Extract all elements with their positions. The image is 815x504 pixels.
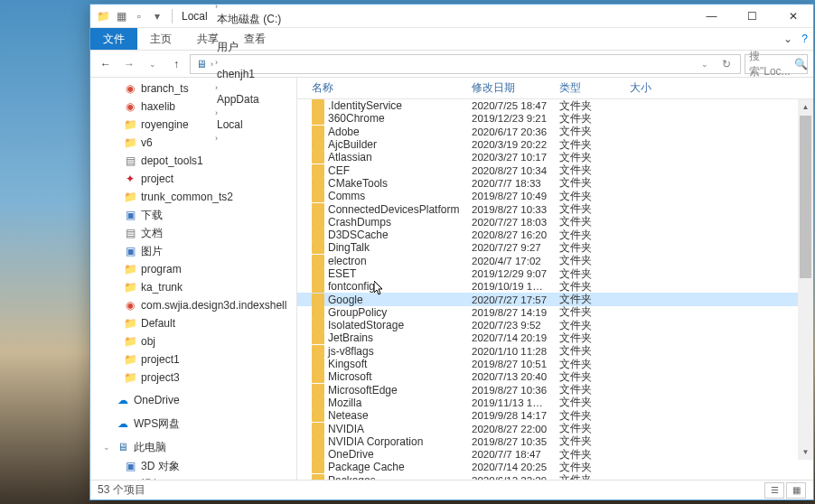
file-row[interactable]: Netease2019/9/28 14:17文件夹 [297, 409, 813, 422]
file-name: OneDrive [328, 448, 374, 461]
file-row[interactable]: ESET2019/12/29 9:07文件夹 [297, 267, 813, 280]
tree-item[interactable]: 📁Default [90, 314, 296, 332]
tree-item[interactable]: 📁project3 [90, 369, 296, 387]
mix-icon: ✦ [123, 172, 137, 186]
addr-dropdown-icon[interactable]: ⌄ [695, 54, 715, 74]
tree-item[interactable]: 📁ka_trunk [90, 278, 296, 296]
file-row[interactable]: OneDrive2020/7/7 18:47文件夹 [297, 448, 813, 461]
qat-newfolder-icon[interactable]: ▫ [132, 9, 146, 23]
file-row[interactable]: AjcBuilder2020/3/19 20:22文件夹 [297, 138, 813, 151]
file-name-cell: Packages [306, 474, 466, 480]
file-type-cell: 文件夹 [554, 229, 624, 242]
nav-recent-button[interactable]: ⌄ [143, 54, 163, 74]
file-row[interactable]: Comms2019/8/27 10:49文件夹 [297, 190, 813, 202]
refresh-icon[interactable]: ↻ [717, 54, 736, 74]
maximize-button[interactable]: ☐ [732, 5, 773, 28]
col-size[interactable]: 大小 [624, 80, 688, 96]
tree-item[interactable]: ◉haxelib [90, 98, 296, 116]
tree-item[interactable]: ☁OneDrive [90, 390, 296, 410]
nav-up-button[interactable]: ↑ [166, 54, 186, 74]
folder-icon [312, 203, 324, 216]
tree-item[interactable]: ▣图片 [90, 242, 296, 260]
close-button[interactable]: ✕ [773, 5, 813, 28]
file-row[interactable]: NVIDIA2020/8/27 22:00文件夹 [297, 422, 813, 434]
file-row[interactable]: Package Cache2020/7/14 20:25文件夹 [297, 461, 813, 473]
view-details-button[interactable]: ☰ [764, 482, 784, 499]
file-name: MicrosoftEdge [328, 384, 398, 397]
file-name-cell: .IdentityService [306, 99, 466, 112]
file-row[interactable]: Packages2020/6/12 22:29文件夹 [297, 474, 813, 480]
file-row[interactable]: ConnectedDevicesPlatform2019/8/27 10:33文… [297, 202, 813, 215]
chevron-right-icon[interactable]: › [215, 58, 218, 67]
tree-item[interactable]: 📁trunk_common_ts2 [90, 188, 296, 206]
tree-item[interactable]: ⌄🖥此电脑 [90, 437, 296, 457]
scrollbar-thumb[interactable] [800, 116, 811, 278]
chevron-right-icon[interactable]: › [211, 60, 213, 69]
file-row[interactable]: GroupPolicy2019/8/27 14:19文件夹 [297, 306, 813, 319]
tree-item[interactable]: ▤文档 [90, 224, 296, 242]
minimize-button[interactable]: — [691, 5, 732, 28]
ribbon-tab-home[interactable]: 主页 [137, 28, 184, 50]
file-row[interactable]: Kingsoft2019/8/27 10:51文件夹 [297, 358, 813, 370]
file-row[interactable]: CMakeTools2020/7/7 18:33文件夹 [297, 177, 813, 190]
file-type-cell: 文件夹 [554, 409, 624, 423]
file-row[interactable]: NVIDIA Corporation2019/8/27 10:35文件夹 [297, 435, 813, 448]
scroll-up-icon[interactable]: ▲ [798, 99, 813, 115]
scroll-down-icon[interactable]: ▼ [798, 444, 813, 460]
file-row[interactable]: D3DSCache2020/8/27 16:20文件夹 [297, 229, 813, 241]
tree-item[interactable]: 📁project1 [90, 350, 296, 369]
tree-expand-icon[interactable]: ⌄ [103, 443, 112, 452]
file-row[interactable]: IsolatedStorage2020/7/23 9:52文件夹 [297, 319, 813, 331]
tree-item[interactable]: ▣3D 对象 [90, 457, 296, 475]
file-name-cell: Comms [306, 190, 466, 202]
file-row[interactable]: 360Chrome2019/12/23 9:21文件夹 [297, 112, 813, 125]
qat-dropdown-icon[interactable]: ▾ [150, 9, 164, 23]
tree-item[interactable]: ✦project [90, 170, 296, 188]
help-icon[interactable]: ? [801, 33, 808, 45]
nav-back-button[interactable]: ← [96, 54, 116, 74]
file-row[interactable]: Atlassian2020/3/27 10:17文件夹 [297, 151, 813, 163]
tree-item[interactable]: ☁WPS网盘 [90, 414, 296, 434]
ribbon-expand-icon[interactable]: ⌄ [783, 33, 792, 45]
file-row[interactable]: .IdentityService2020/7/25 18:47文件夹 [297, 99, 813, 112]
scrollbar[interactable]: ▲ ▼ [798, 99, 813, 460]
chevron-right-icon[interactable]: › [215, 2, 218, 11]
file-row[interactable]: CrashDumps2020/7/27 18:03文件夹 [297, 216, 813, 229]
breadcrumb-item[interactable]: 本地磁盘 (C:) [215, 12, 283, 27]
tree-item[interactable]: 📁obj [90, 332, 296, 350]
tree-item[interactable]: 📁v6 [90, 134, 296, 152]
file-row[interactable]: js-v8flags2020/1/10 11:28文件夹 [297, 345, 813, 358]
file-row[interactable]: Microsoft2020/7/13 20:40文件夹 [297, 370, 813, 383]
tree-item[interactable]: 📁program [90, 260, 296, 278]
file-row[interactable]: JetBrains2020/7/14 20:19文件夹 [297, 331, 813, 344]
file-row[interactable]: MicrosoftEdge2019/8/27 10:36文件夹 [297, 384, 813, 397]
view-icons-button[interactable]: ▦ [786, 482, 806, 499]
qat-properties-icon[interactable]: ▦ [114, 9, 128, 23]
file-row[interactable]: Mozilla2019/11/13 10:36文件夹 [297, 397, 813, 409]
col-date[interactable]: 修改日期 [466, 80, 554, 96]
file-name: Microsoft [328, 370, 372, 383]
column-headers: 名称 修改日期 类型 大小 [297, 78, 813, 99]
col-name[interactable]: 名称 [306, 80, 466, 96]
chevron-right-icon[interactable]: › [215, 30, 218, 39]
tree-item[interactable]: ◉branch_ts [90, 79, 296, 98]
file-row[interactable]: electron2020/4/7 17:02文件夹 [297, 255, 813, 267]
file-date-cell: 2019/12/29 9:07 [466, 268, 554, 279]
nav-tree[interactable]: ◉branch_ts◉haxelib📁royengine📁v6▤depot_to… [90, 78, 297, 480]
breadcrumb-item[interactable]: 用户 [215, 40, 283, 55]
search-input[interactable]: 搜索"Loc... 🔍 [745, 54, 808, 74]
file-row[interactable]: DingTalk2020/7/27 9:27文件夹 [297, 241, 813, 254]
file-row[interactable]: Adobe2020/6/17 20:36文件夹 [297, 126, 813, 138]
addr-pc-icon: 🖥 [194, 57, 209, 71]
tree-item[interactable]: ◉com.swjia.design3d.indexshell [90, 296, 296, 314]
nav-forward-button[interactable]: → [119, 54, 139, 74]
tree-item-label: Default [141, 317, 175, 330]
tree-item[interactable]: ▤depot_tools1 [90, 152, 296, 170]
tree-item[interactable]: 📁royengine [90, 116, 296, 134]
col-type[interactable]: 类型 [554, 80, 624, 96]
tree-item[interactable]: ▣下载 [90, 206, 296, 224]
address-bar[interactable]: 🖥 › 此电脑›本地磁盘 (C:)›用户›chenjh1›AppData›Loc… [190, 54, 741, 74]
ribbon-file-tab[interactable]: 文件 [90, 28, 137, 50]
file-type-cell: 文件夹 [554, 461, 624, 474]
file-row[interactable]: CEF2020/8/27 10:34文件夹 [297, 163, 813, 176]
